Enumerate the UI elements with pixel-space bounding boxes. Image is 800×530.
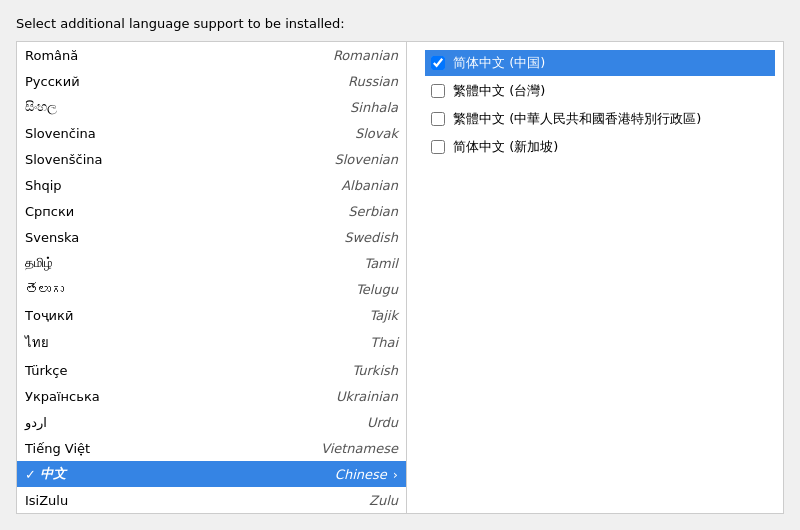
language-english-name: Thai: [370, 335, 398, 350]
language-item[interactable]: தமிழ்Tamil: [17, 250, 406, 276]
language-english-name: Albanian: [341, 178, 398, 193]
item-right: Albanian: [341, 178, 398, 193]
item-right: Vietnamese: [321, 441, 398, 456]
item-left: Српски: [25, 204, 74, 219]
language-english-name: Tajik: [369, 308, 398, 323]
sublanguage-checkbox[interactable]: [431, 112, 445, 126]
language-english-name: Turkish: [352, 363, 398, 378]
language-english-name: Romanian: [333, 48, 398, 63]
sublanguage-item[interactable]: 简体中文 (新加坡): [425, 134, 775, 160]
language-english-name: Slovak: [355, 126, 398, 141]
language-native-name: తెలుగు: [25, 282, 64, 297]
sublanguage-label: 繁體中文 (台灣): [453, 82, 545, 100]
item-left: Українська: [25, 389, 100, 404]
language-native-name: Shqip: [25, 178, 62, 193]
sublanguage-label: 简体中文 (新加坡): [453, 138, 558, 156]
language-native-name: Română: [25, 48, 78, 63]
language-native-name: Tiếng Việt: [25, 441, 90, 456]
language-native-name: Тоҷикӣ: [25, 308, 73, 323]
sublanguage-checkbox[interactable]: [431, 56, 445, 70]
language-english-name: Chinese: [335, 467, 387, 482]
item-left: ไทย: [25, 332, 49, 353]
item-left: Türkçe: [25, 363, 67, 378]
language-native-name: Türkçe: [25, 363, 67, 378]
item-left: Svenska: [25, 230, 79, 245]
item-left: Slovenščina: [25, 152, 103, 167]
language-item[interactable]: RomânăRomanian: [17, 42, 406, 68]
sublanguage-label: 繁體中文 (中華人民共和國香港特別行政區): [453, 110, 701, 128]
language-item[interactable]: ✓中文Chinese›: [17, 461, 406, 487]
item-right: Chinese›: [335, 467, 398, 482]
item-right: Tajik: [369, 308, 398, 323]
item-right: Thai: [370, 335, 398, 350]
item-left: Русский: [25, 74, 80, 89]
language-native-name: ไทย: [25, 332, 49, 353]
language-item[interactable]: УкраїнськаUkrainian: [17, 383, 406, 409]
language-english-name: Ukrainian: [336, 389, 398, 404]
language-item[interactable]: SlovenčinaSlovak: [17, 120, 406, 146]
language-english-name: Telugu: [356, 282, 398, 297]
item-right: Tamil: [364, 256, 398, 271]
language-item[interactable]: తెలుగుTelugu: [17, 276, 406, 302]
item-right: Zulu: [369, 493, 398, 508]
language-native-name: Русский: [25, 74, 80, 89]
item-right: Russian: [348, 74, 398, 89]
language-english-name: Serbian: [348, 204, 398, 219]
expand-arrow-icon: ›: [393, 467, 398, 482]
item-left: Tiếng Việt: [25, 441, 90, 456]
sublanguage-checkbox[interactable]: [431, 140, 445, 154]
language-english-name: Sinhala: [350, 100, 398, 115]
language-item[interactable]: СрпскиSerbian: [17, 198, 406, 224]
language-item[interactable]: ShqipAlbanian: [17, 172, 406, 198]
item-right: Ukrainian: [336, 389, 398, 404]
page-title: Select additional language support to be…: [16, 16, 784, 31]
language-item[interactable]: اردوUrdu: [17, 409, 406, 435]
language-english-name: Tamil: [364, 256, 398, 271]
language-native-name: සිංහල: [25, 99, 57, 115]
sublanguage-item[interactable]: 简体中文 (中国): [425, 50, 775, 76]
language-native-name: Українська: [25, 389, 100, 404]
sublanguage-label: 简体中文 (中国): [453, 54, 545, 72]
language-item[interactable]: SlovenščinaSlovenian: [17, 146, 406, 172]
checkmark-icon: ✓: [25, 467, 36, 482]
language-english-name: Vietnamese: [321, 441, 398, 456]
item-right: Romanian: [333, 48, 398, 63]
item-left: ✓中文: [25, 465, 66, 483]
language-native-name: Slovenčina: [25, 126, 96, 141]
item-right: Sinhala: [350, 100, 398, 115]
item-right: Urdu: [367, 415, 398, 430]
language-item[interactable]: ТоҷикӣTajik: [17, 302, 406, 328]
language-english-name: Slovenian: [334, 152, 398, 167]
language-english-name: Swedish: [344, 230, 398, 245]
language-native-name: தமிழ்: [25, 255, 53, 271]
language-item[interactable]: РусскийRussian: [17, 68, 406, 94]
language-item[interactable]: සිංහලSinhala: [17, 94, 406, 120]
language-english-name: Zulu: [369, 493, 398, 508]
item-right: Swedish: [344, 230, 398, 245]
language-native-name: اردو: [25, 415, 47, 430]
language-native-name: IsiZulu: [25, 493, 68, 508]
item-right: Turkish: [352, 363, 398, 378]
sublanguage-item[interactable]: 繁體中文 (中華人民共和國香港特別行政區): [425, 106, 775, 132]
item-left: తెలుగు: [25, 282, 64, 297]
language-list-panel: RomânăRomanianРусскийRussianසිංහලSinhala…: [17, 42, 407, 513]
item-left: Slovenčina: [25, 126, 96, 141]
item-left: Тоҷикӣ: [25, 308, 73, 323]
item-left: Română: [25, 48, 78, 63]
language-english-name: Russian: [348, 74, 398, 89]
item-left: اردو: [25, 415, 47, 430]
item-left: Shqip: [25, 178, 62, 193]
language-item[interactable]: SvenskaSwedish: [17, 224, 406, 250]
language-item[interactable]: ไทยThai: [17, 328, 406, 357]
language-native-name: Svenska: [25, 230, 79, 245]
language-native-name: Српски: [25, 204, 74, 219]
main-container: RomânăRomanianРусскийRussianසිංහලSinhala…: [16, 41, 784, 514]
item-right: Serbian: [348, 204, 398, 219]
language-native-name: 中文: [40, 465, 66, 483]
language-item[interactable]: Tiếng ViệtVietnamese: [17, 435, 406, 461]
item-right: Telugu: [356, 282, 398, 297]
sublanguage-item[interactable]: 繁體中文 (台灣): [425, 78, 775, 104]
language-item[interactable]: IsiZuluZulu: [17, 487, 406, 513]
language-item[interactable]: TürkçeTurkish: [17, 357, 406, 383]
sublanguage-checkbox[interactable]: [431, 84, 445, 98]
